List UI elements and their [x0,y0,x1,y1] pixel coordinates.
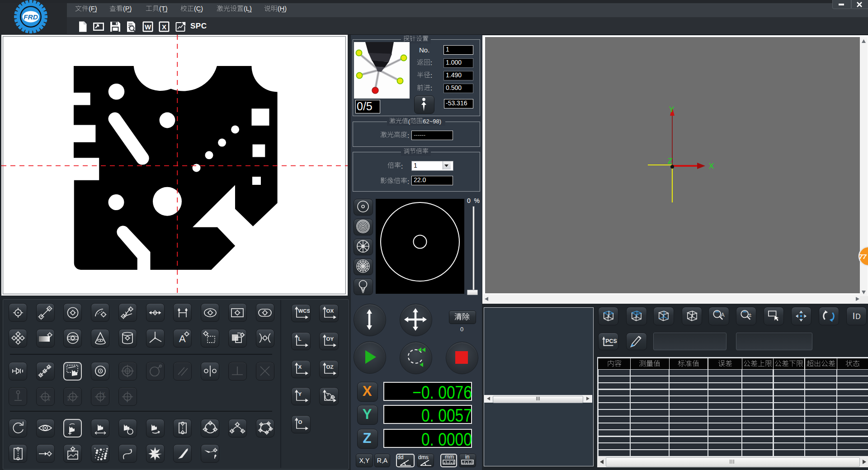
svg-text:OZ: OZ [326,364,334,370]
svg-text:Y: Y [669,105,674,114]
svg-text:A: A [179,333,186,344]
svg-text:x: x [48,397,50,402]
svg-text:77: 77 [859,253,867,260]
svg-text:OX: OX [326,308,334,314]
svg-text:Y: Y [298,391,302,397]
svg-text:L: L [298,336,302,342]
svg-text:D: D [855,313,860,320]
svg-text:Y: Y [126,399,128,403]
svg-text:X: X [298,364,302,370]
svg-text:OY: OY [326,336,334,342]
svg-text:x: x [67,397,70,402]
svg-text:W: W [145,23,151,31]
svg-text:X: X [162,23,166,31]
svg-text:±: ± [748,312,751,319]
svg-text:PCS: PCS [605,338,617,344]
svg-text:FRD: FRD [24,13,38,21]
svg-text:X: X [709,162,714,170]
svg-text:A: A [721,312,725,319]
svg-text:Z: Z [668,157,672,165]
svg-text:WCS: WCS [298,308,310,314]
svg-text:Y: Y [102,391,105,396]
svg-text:O: O [298,419,302,425]
svg-text:I: I [852,311,854,321]
